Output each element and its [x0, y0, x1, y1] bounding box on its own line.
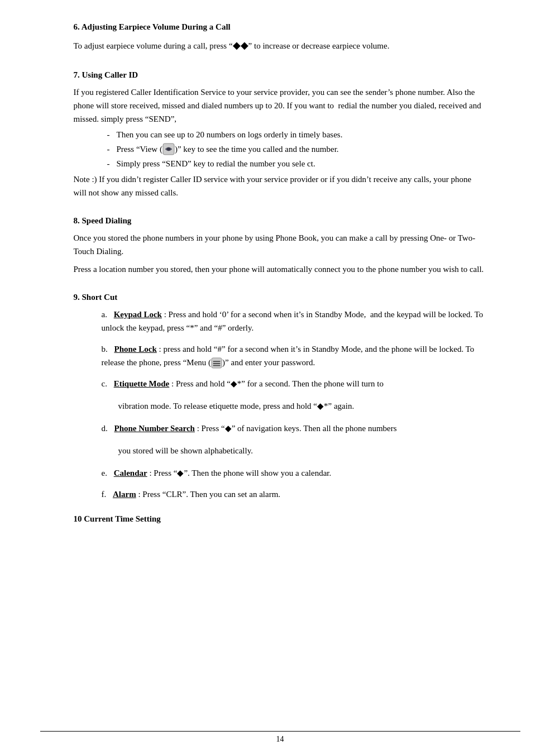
section-7-title: 7. Using Caller ID — [74, 70, 487, 80]
section-8: 8. Speed Dialing Once you stored the pho… — [74, 216, 487, 276]
keypad-lock-label: Keypad Lock — [114, 310, 162, 319]
menu-icon — [211, 357, 222, 369]
svg-point-1 — [167, 147, 170, 151]
phone-number-search-label: Phone Number Search — [114, 424, 195, 433]
bullet-2: - Press “View ()” key to see the time yo… — [107, 142, 487, 156]
section-8-title: 8. Speed Dialing — [74, 216, 487, 226]
alarm-desc: : Press “CLR”. Then you can set an alarm… — [138, 490, 280, 499]
section-8-para2: Press a location number you stored, then… — [74, 262, 487, 276]
svg-rect-3 — [213, 361, 221, 362]
bullet-3: - Simply press “SEND” key to redial the … — [107, 157, 487, 170]
alarm-label: Alarm — [113, 490, 136, 499]
phone-lock-desc: : press and hold “#” for a second when i… — [102, 345, 475, 367]
page-number: 14 — [276, 735, 284, 743]
section-6-title: 6. Adjusting Earpiece Volume During a Ca… — [74, 22, 487, 32]
section-7: 7. Using Caller ID If you registered Cal… — [74, 70, 487, 200]
etiquette-mode-label: Etiquette Mode — [114, 379, 170, 388]
view-icon — [162, 143, 175, 155]
item-etiquette-mode: c. Etiquette Mode : Press and hold “◆*” … — [102, 377, 487, 413]
calendar-desc: : Press “◆”. Then the phone will show yo… — [149, 469, 331, 477]
item-phone-number-search: d. Phone Number Search : Press “◆” of na… — [102, 422, 487, 457]
section-9: 9. Short Cut a. Keypad Lock : Press and … — [74, 293, 487, 501]
calendar-label: Calendar — [114, 469, 147, 477]
etiquette-mode-desc1: : Press and hold “◆*” for a second. Then… — [171, 379, 384, 388]
section-7-note: Note :) If you didn’t register Caller ID… — [74, 173, 487, 199]
section-8-para1: Once you stored the phone numbers in you… — [74, 231, 487, 258]
section-9-title: 9. Short Cut — [74, 293, 487, 302]
item-phone-lock: b. Phone Lock : press and hold “#” for a… — [102, 342, 487, 369]
section-7-bullets: - Then you can see up to 20 numbers on l… — [107, 128, 487, 171]
item-keypad-lock: a. Keypad Lock : Press and hold ‘0’ for … — [102, 308, 487, 335]
section-9-list: a. Keypad Lock : Press and hold ‘0’ for … — [102, 308, 487, 501]
svg-rect-4 — [213, 363, 221, 364]
section-10-title: 10 Current Time Setting — [74, 514, 487, 524]
phone-number-search-desc2: you stored will be shown alphabetically. — [118, 444, 487, 457]
item-calendar: e. Calendar : Press “◆”. Then the phone … — [102, 466, 487, 480]
page-container: 6. Adjusting Earpiece Volume During a Ca… — [40, 0, 520, 755]
phone-lock-label: Phone Lock — [114, 345, 157, 353]
section-6: 6. Adjusting Earpiece Volume During a Ca… — [74, 22, 487, 54]
section-6-body: To adjust earpiece volume during a call,… — [74, 37, 487, 54]
phone-number-search-desc1: : Press “◆” of navigation keys. Then all… — [197, 424, 397, 433]
bullet-1: - Then you can see up to 20 numbers on l… — [107, 128, 487, 141]
item-alarm: f. Alarm : Press “CLR”. Then you can set… — [102, 488, 487, 501]
etiquette-mode-desc2: vibration mode. To release etiquette mod… — [118, 399, 487, 413]
page-footer: 14 — [40, 731, 520, 744]
section-10: 10 Current Time Setting — [74, 514, 487, 524]
svg-rect-5 — [213, 365, 221, 366]
section-7-body: If you registered Caller Identification … — [74, 85, 487, 126]
